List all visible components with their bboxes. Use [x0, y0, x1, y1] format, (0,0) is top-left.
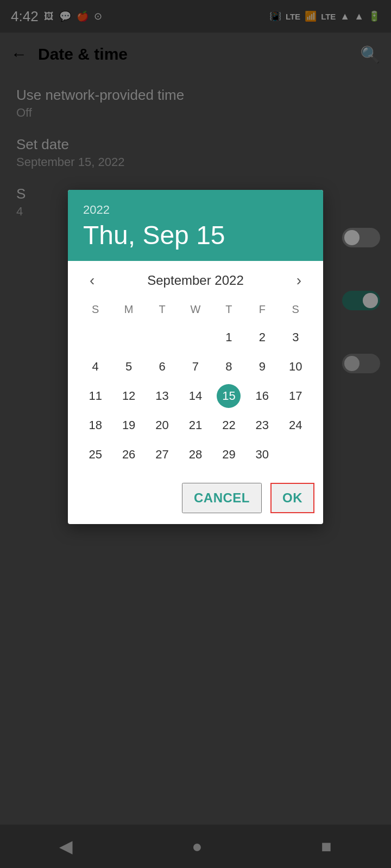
day-header-sat: S	[279, 300, 312, 319]
day-circle: 26	[117, 443, 141, 467]
calendar-day-empty	[112, 323, 145, 352]
day-circle	[117, 326, 141, 349]
calendar-day-27[interactable]: 27	[146, 441, 179, 469]
calendar-day-2[interactable]: 2	[245, 323, 279, 352]
calendar-day-1[interactable]: 1	[212, 323, 245, 352]
cancel-button[interactable]: CANCEL	[182, 483, 262, 513]
dialog-actions: CANCEL OK	[68, 477, 323, 524]
day-headers: S M T W T F S	[79, 300, 312, 319]
day-header-thu: T	[212, 300, 245, 319]
calendar-grid: 1234567891011121314151617181920212223242…	[79, 323, 312, 469]
calendar-day-empty	[146, 323, 179, 352]
day-circle: 23	[250, 413, 274, 437]
calendar-day-7[interactable]: 7	[179, 353, 212, 381]
calendar-day-18[interactable]: 18	[79, 411, 112, 439]
calendar-day-23[interactable]: 23	[245, 411, 279, 439]
day-header-fri: F	[245, 300, 279, 319]
calendar-body: ‹ September 2022 › S M T W T F S 1234567…	[68, 261, 323, 477]
day-circle: 13	[150, 384, 174, 408]
day-circle: 30	[250, 443, 274, 467]
day-circle: 22	[217, 413, 241, 437]
day-circle	[184, 326, 207, 349]
day-circle: 9	[250, 355, 274, 379]
day-circle: 5	[117, 355, 141, 379]
calendar-day-empty	[179, 323, 212, 352]
day-circle: 1	[217, 326, 241, 349]
calendar-day-16[interactable]: 16	[245, 382, 279, 410]
day-circle: 16	[250, 384, 274, 408]
calendar-day-9[interactable]: 9	[245, 353, 279, 381]
day-circle: 20	[150, 413, 174, 437]
calendar-day-19[interactable]: 19	[112, 411, 145, 439]
day-circle: 2	[250, 326, 274, 349]
month-title: September 2022	[147, 273, 243, 288]
day-circle	[84, 326, 108, 349]
day-circle: 27	[150, 443, 174, 467]
calendar-day-22[interactable]: 22	[212, 411, 245, 439]
calendar-day-8[interactable]: 8	[212, 353, 245, 381]
calendar-day-empty	[79, 323, 112, 352]
day-circle: 17	[283, 384, 307, 408]
dialog-year: 2022	[83, 203, 308, 217]
calendar-day-13[interactable]: 13	[146, 382, 179, 410]
day-circle: 29	[217, 443, 241, 467]
dialog-date-display: Thu, Sep 15	[83, 220, 308, 250]
prev-month-button[interactable]: ‹	[84, 270, 100, 291]
calendar-day-21[interactable]: 21	[179, 411, 212, 439]
month-nav: ‹ September 2022 ›	[79, 270, 312, 291]
day-circle: 21	[184, 413, 207, 437]
calendar-day-4[interactable]: 4	[79, 353, 112, 381]
day-circle: 19	[117, 413, 141, 437]
calendar-day-6[interactable]: 6	[146, 353, 179, 381]
day-circle: 15	[217, 384, 241, 408]
calendar-day-10[interactable]: 10	[279, 353, 312, 381]
calendar-day-empty	[279, 441, 312, 469]
day-circle	[150, 326, 174, 349]
day-circle: 10	[283, 355, 307, 379]
calendar-day-30[interactable]: 30	[245, 441, 279, 469]
calendar-day-5[interactable]: 5	[112, 353, 145, 381]
calendar-day-3[interactable]: 3	[279, 323, 312, 352]
day-circle: 3	[283, 326, 307, 349]
day-header-tue: T	[146, 300, 179, 319]
dialog-header: 2022 Thu, Sep 15	[68, 190, 323, 261]
calendar-day-17[interactable]: 17	[279, 382, 312, 410]
date-picker-dialog: 2022 Thu, Sep 15 ‹ September 2022 › S M …	[68, 190, 323, 524]
day-circle: 11	[84, 384, 108, 408]
day-circle	[283, 443, 307, 467]
day-circle: 18	[84, 413, 108, 437]
calendar-day-26[interactable]: 26	[112, 441, 145, 469]
day-circle: 24	[283, 413, 307, 437]
day-header-wed: W	[179, 300, 212, 319]
day-circle: 14	[184, 384, 207, 408]
calendar-day-11[interactable]: 11	[79, 382, 112, 410]
calendar-day-20[interactable]: 20	[146, 411, 179, 439]
day-circle: 6	[150, 355, 174, 379]
ok-button[interactable]: OK	[270, 483, 314, 513]
day-circle: 8	[217, 355, 241, 379]
day-circle: 28	[184, 443, 207, 467]
calendar-day-14[interactable]: 14	[179, 382, 212, 410]
day-circle: 25	[84, 443, 108, 467]
calendar-day-28[interactable]: 28	[179, 441, 212, 469]
day-circle: 4	[84, 355, 108, 379]
day-circle: 7	[184, 355, 207, 379]
calendar-day-15[interactable]: 15	[212, 382, 245, 410]
next-month-button[interactable]: ›	[291, 270, 307, 291]
calendar-day-24[interactable]: 24	[279, 411, 312, 439]
calendar-day-25[interactable]: 25	[79, 441, 112, 469]
day-circle: 12	[117, 384, 141, 408]
day-header-sun: S	[79, 300, 112, 319]
day-header-mon: M	[112, 300, 145, 319]
calendar-day-29[interactable]: 29	[212, 441, 245, 469]
calendar-day-12[interactable]: 12	[112, 382, 145, 410]
